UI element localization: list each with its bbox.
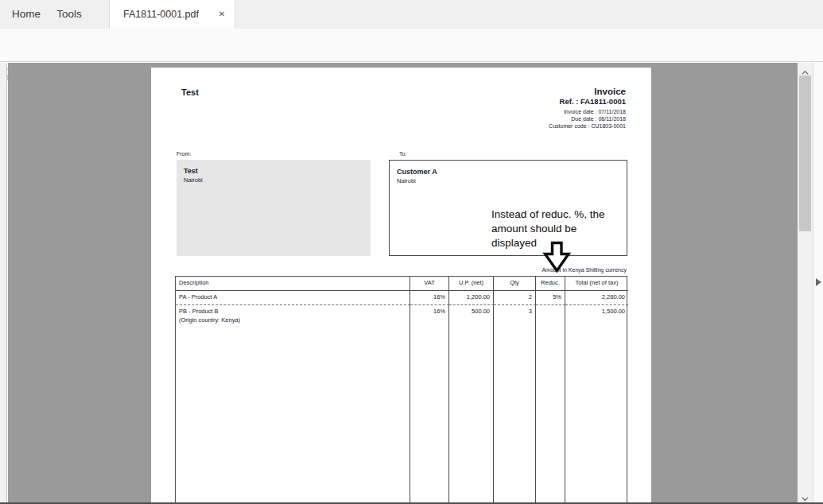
tab-bar: Home Tools FA1811-0001.pdf ✕	[0, 0, 823, 29]
table-header-unit-price: U.P. (net)	[449, 277, 494, 291]
table-cell-unit-price: 1,200.00	[449, 291, 494, 305]
table-cell-description: PA - Product A	[176, 291, 410, 305]
pdf-page: Test Invoice Ref. : FA1811-0001 Invoice …	[151, 68, 651, 504]
tab-document[interactable]: FA1811-0001.pdf ✕	[109, 0, 235, 29]
right-panel-rail	[813, 63, 823, 504]
tab-tools[interactable]: Tools	[51, 0, 87, 29]
invoice-customer-code: Customer code : CU1803-0001	[549, 122, 626, 130]
from-address-box: Test Nairobi	[177, 160, 371, 256]
scrollbar-thumb[interactable]	[799, 76, 811, 231]
from-name: Test	[184, 167, 198, 175]
invoice-title: Invoice	[549, 87, 626, 96]
invoice-header: Invoice Ref. : FA1811-0001 Invoice date …	[549, 87, 626, 130]
table-cell-reduc	[536, 305, 565, 504]
document-canvas: Test Invoice Ref. : FA1811-0001 Invoice …	[8, 63, 798, 504]
down-block-arrow-icon	[542, 241, 572, 277]
table-cell-total: 2,280.00	[565, 291, 628, 305]
table-cell-total: 1,500.00	[565, 305, 628, 504]
scroll-up-icon[interactable]	[801, 66, 809, 75]
table-cell-qty: 2	[494, 291, 536, 305]
table-cell-reduc: 5%	[536, 291, 565, 305]
invoice-date: Invoice date : 07/11/2018	[549, 108, 626, 115]
table-cell-vat: 16%	[410, 305, 449, 504]
table-cell-qty: 3	[494, 305, 536, 504]
table-header-description: Description	[176, 277, 410, 291]
document-viewer: Test Invoice Ref. : FA1811-0001 Invoice …	[0, 63, 823, 504]
table-header-reduc: Reduc.	[536, 277, 565, 291]
tab-home[interactable]: Home	[8, 0, 45, 29]
close-icon[interactable]: ✕	[215, 8, 228, 21]
table-header-vat: VAT	[410, 277, 449, 291]
table-header-qty: Qty	[494, 277, 536, 291]
invoice-company-name: Test	[181, 87, 199, 97]
document-tab-title: FA1811-0001.pdf	[110, 0, 212, 29]
toolbar: / 1 75%	[0, 29, 823, 62]
left-gutter	[0, 63, 7, 504]
invoice-due-date: Due date : 08/11/2018	[549, 115, 626, 122]
invoice-line-items-table: Description VAT U.P. (net) Qty Reduc. To…	[175, 276, 627, 504]
to-label: To:	[399, 151, 406, 157]
vertical-scrollbar[interactable]	[798, 63, 813, 504]
invoice-ref: Ref. : FA1811-0001	[549, 97, 626, 106]
from-city: Nairobi	[184, 176, 203, 184]
table-cell-unit-price: 500.00	[449, 305, 494, 504]
from-label: From:	[177, 151, 191, 157]
table-header-total: Total (net of tax)	[565, 277, 628, 291]
table-cell-vat: 16%	[410, 291, 449, 305]
pdf-viewer-window: Home Tools FA1811-0001.pdf ✕	[0, 0, 823, 504]
scroll-down-icon[interactable]	[801, 492, 809, 501]
expand-panel-icon[interactable]	[816, 278, 821, 286]
table-cell-description: PB - Product B (Origin country: Kenya)	[176, 305, 410, 504]
to-city: Nairobi	[397, 177, 416, 184]
to-name: Customer A	[397, 168, 437, 176]
